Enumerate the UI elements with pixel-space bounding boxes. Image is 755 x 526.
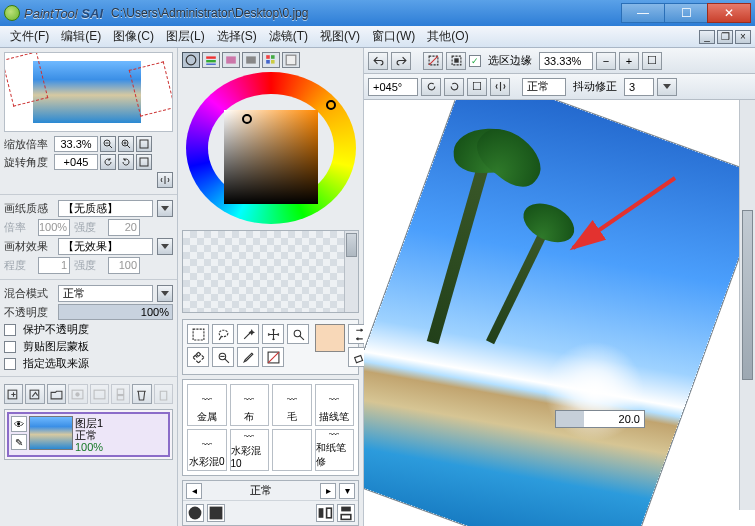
color-wheel-mode[interactable]	[182, 52, 200, 68]
new-layer-button[interactable]	[4, 384, 23, 404]
color-gray-mode[interactable]	[242, 52, 260, 68]
canvas-zoom-in[interactable]: +	[619, 52, 639, 70]
menu-filter[interactable]: 滤镜(T)	[263, 26, 314, 47]
selection-source-checkbox[interactable]	[4, 358, 16, 370]
close-button[interactable]: ✕	[707, 3, 751, 23]
invert-selection-button[interactable]	[446, 52, 466, 70]
new-linework-layer-button[interactable]	[25, 384, 44, 404]
deselect-button[interactable]	[423, 52, 443, 70]
rotate-value[interactable]: +045	[54, 154, 98, 170]
blend-mode-dropdown[interactable]	[157, 285, 173, 302]
layer-edit-toggle[interactable]: ✎	[11, 434, 27, 450]
menu-image[interactable]: 图像(C)	[107, 26, 160, 47]
brush-preset[interactable]: 〰金属	[187, 384, 227, 426]
paper-texture-dropdown[interactable]	[157, 200, 173, 217]
flip-horizontal-button[interactable]	[157, 172, 173, 188]
selection-edge-checkbox[interactable]: ✓	[469, 55, 481, 67]
brush-preset[interactable]	[272, 429, 312, 471]
clipping-mask-checkbox[interactable]	[4, 341, 16, 353]
material-effect-dropdown[interactable]	[157, 238, 173, 255]
hand-tool[interactable]	[187, 347, 209, 367]
brush-shape-square[interactable]	[207, 504, 225, 522]
brush-preset[interactable]: 〰水彩混10	[230, 429, 270, 471]
mdi-minimize-button[interactable]: _	[699, 30, 715, 44]
menu-select[interactable]: 选择(S)	[211, 26, 263, 47]
menu-edit[interactable]: 编辑(E)	[55, 26, 107, 47]
minimize-button[interactable]: —	[621, 3, 665, 23]
menu-file[interactable]: 文件(F)	[4, 26, 55, 47]
new-layer-set-button[interactable]	[47, 384, 66, 404]
transparent-color-button[interactable]	[262, 347, 284, 367]
color-wheel[interactable]	[186, 72, 356, 224]
brush-preset[interactable]: 〰水彩混0	[187, 429, 227, 471]
mdi-close-button[interactable]: ×	[735, 30, 751, 44]
brush-menu-button[interactable]: ▾	[339, 483, 355, 499]
canvas-flip-h[interactable]	[490, 78, 510, 96]
foreground-color-swatch[interactable]	[315, 324, 345, 352]
color-hsv-mode[interactable]	[222, 52, 240, 68]
layer-visibility-toggle[interactable]: 👁	[11, 416, 27, 432]
blend-mode-select[interactable]: 正常	[58, 285, 153, 302]
swatch-palette[interactable]	[182, 230, 359, 313]
canvas-rotate-cw[interactable]	[444, 78, 464, 96]
brush-shape-circle[interactable]	[186, 504, 204, 522]
brush-preset[interactable]: 〰和纸笔修	[315, 429, 355, 471]
canvas-state-field[interactable]: 正常	[522, 78, 566, 96]
canvas-rotate-reset[interactable]: ☐	[467, 78, 487, 96]
redo-button[interactable]	[391, 52, 411, 70]
menu-layer[interactable]: 图层(L)	[160, 26, 211, 47]
brush-preset[interactable]: 〰毛	[272, 384, 312, 426]
color-picker-tool[interactable]	[237, 347, 259, 367]
undo-button[interactable]	[368, 52, 388, 70]
material-effect-select[interactable]: 【无效果】	[58, 238, 153, 255]
color-hue-picker[interactable]	[326, 100, 336, 110]
canvas-rotate-ccw[interactable]	[421, 78, 441, 96]
navigator[interactable]	[4, 52, 173, 132]
rotate-cw-button[interactable]	[118, 154, 134, 170]
clear-layer-button[interactable]	[154, 384, 173, 404]
zoom-tool[interactable]	[287, 324, 309, 344]
color-rgb-mode[interactable]	[202, 52, 220, 68]
zoom-value[interactable]: 33.3%	[54, 136, 98, 152]
menu-view[interactable]: 视图(V)	[314, 26, 366, 47]
brush-preset[interactable]: 〰布	[230, 384, 270, 426]
brush-next-button[interactable]: ▸	[320, 483, 336, 499]
preserve-opacity-checkbox[interactable]	[4, 324, 16, 336]
zoom-in-button[interactable]	[118, 136, 134, 152]
select-rect-tool[interactable]	[187, 324, 209, 344]
opacity-slider[interactable]: 100%	[58, 304, 173, 320]
canvas-zoom-fit[interactable]: ☐	[642, 52, 662, 70]
canvas-zoom-field[interactable]: 33.33%	[539, 52, 593, 70]
move-tool[interactable]	[262, 324, 284, 344]
menu-other[interactable]: 其他(O)	[421, 26, 474, 47]
merge-down-button[interactable]	[111, 384, 130, 404]
mdi-restore-button[interactable]: ❐	[717, 30, 733, 44]
color-sv-picker[interactable]	[242, 114, 252, 124]
stabilize-value[interactable]: 3	[624, 78, 654, 96]
lasso-tool[interactable]	[212, 324, 234, 344]
rotate-view-tool[interactable]	[212, 347, 234, 367]
paper-scale-value[interactable]: 100%	[38, 219, 70, 236]
apply-mask-button[interactable]	[90, 384, 109, 404]
rotate-ccw-button[interactable]	[100, 154, 116, 170]
maximize-button[interactable]: ☐	[664, 3, 708, 23]
canvas[interactable]: 20.0	[364, 100, 755, 526]
new-mask-button[interactable]	[68, 384, 87, 404]
zoom-fit-button[interactable]	[136, 136, 152, 152]
brush-flip-y[interactable]	[337, 504, 355, 522]
color-scratchpad-mode[interactable]	[282, 52, 300, 68]
brush-flip-x[interactable]	[316, 504, 334, 522]
brush-size-float-field[interactable]: 20.0	[555, 410, 645, 428]
layer-item[interactable]: 👁 ✎ 图层1 正常 100%	[7, 412, 170, 457]
stabilize-dropdown[interactable]	[657, 78, 677, 96]
palette-scrollbar[interactable]	[344, 231, 358, 312]
paper-texture-select[interactable]: 【无质感】	[58, 200, 153, 217]
delete-layer-button[interactable]	[132, 384, 151, 404]
rotate-reset-button[interactable]	[136, 154, 152, 170]
menu-window[interactable]: 窗口(W)	[366, 26, 421, 47]
magic-wand-tool[interactable]	[237, 324, 259, 344]
color-swatches-mode[interactable]	[262, 52, 280, 68]
canvas-vertical-scrollbar[interactable]	[739, 100, 755, 510]
brush-preset[interactable]: 〰描线笔	[315, 384, 355, 426]
zoom-out-button[interactable]	[100, 136, 116, 152]
